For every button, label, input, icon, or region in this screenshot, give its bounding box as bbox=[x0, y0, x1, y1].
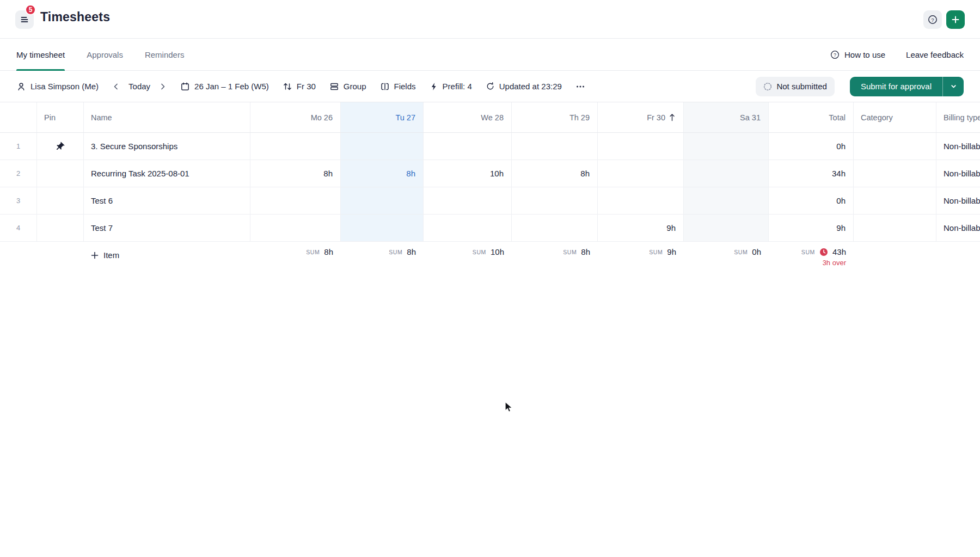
mo-cell[interactable] bbox=[250, 133, 341, 160]
submit-dropdown-button[interactable] bbox=[943, 77, 964, 96]
mo-cell[interactable]: 8h bbox=[250, 160, 341, 187]
task-name-cell[interactable]: Test 7 bbox=[84, 215, 250, 241]
submit-for-approval-button[interactable]: Submit for approval bbox=[850, 77, 942, 96]
tu-cell[interactable] bbox=[341, 215, 424, 241]
tab-approvals[interactable]: Approvals bbox=[87, 39, 123, 70]
category-cell[interactable] bbox=[854, 160, 936, 187]
page-title: Timesheets bbox=[40, 10, 110, 25]
we-cell[interactable] bbox=[424, 133, 512, 160]
user-selector[interactable]: Lisa Simpson (Me) bbox=[16, 82, 99, 91]
mo-sum: SUM8h bbox=[250, 242, 341, 277]
th-cell[interactable]: 8h bbox=[512, 160, 598, 187]
svg-text:?: ? bbox=[931, 17, 934, 23]
table-row: 3 Test 6 0h Non-billable bbox=[0, 187, 980, 215]
billing-cell[interactable]: Non-billable bbox=[936, 160, 980, 187]
mo-cell[interactable] bbox=[250, 187, 341, 214]
pin-cell[interactable] bbox=[37, 160, 84, 187]
sum-value: 10h bbox=[491, 247, 504, 256]
we-cell[interactable]: 10h bbox=[424, 160, 512, 187]
tu-cell[interactable]: 8h bbox=[341, 160, 424, 187]
billing-cell[interactable]: Non-billable bbox=[936, 187, 980, 214]
today-button[interactable]: Today bbox=[128, 82, 150, 91]
sort-button[interactable]: Fr 30 bbox=[283, 82, 316, 91]
sa-cell[interactable] bbox=[684, 160, 769, 187]
tu-cell[interactable] bbox=[341, 187, 424, 214]
task-name-cell[interactable]: 3. Secure Sponsorships bbox=[84, 133, 250, 160]
category-column-header[interactable]: Category bbox=[854, 102, 936, 132]
tab-label: Approvals bbox=[87, 50, 123, 59]
billing-cell[interactable]: Non-billable bbox=[936, 133, 980, 160]
sum-value: 43h bbox=[832, 247, 846, 256]
task-name-cell[interactable]: Recurring Task 2025-08-01 bbox=[84, 160, 250, 187]
pin-cell[interactable] bbox=[37, 133, 84, 160]
task-name-cell[interactable]: Test 6 bbox=[84, 187, 250, 214]
table-footer-row: Item SUM8h SUM8h SUM10h SUM8h SUM9h SUM0… bbox=[0, 242, 980, 277]
sa-sum: SUM0h bbox=[684, 242, 769, 277]
tab-bar: My timesheet Approvals Reminders ? How t… bbox=[0, 39, 980, 71]
tab-my-timesheet[interactable]: My timesheet bbox=[16, 39, 65, 70]
total-column-header[interactable]: Total bbox=[769, 102, 854, 132]
fr-cell[interactable] bbox=[598, 133, 684, 160]
tu-cell[interactable] bbox=[341, 133, 424, 160]
category-cell[interactable] bbox=[854, 133, 936, 160]
tab-label: Reminders bbox=[145, 50, 185, 59]
row-number: 3 bbox=[0, 187, 37, 214]
fr-cell[interactable] bbox=[598, 187, 684, 214]
mo-column-header[interactable]: Mo 26 bbox=[250, 102, 341, 132]
sum-label: SUM bbox=[306, 249, 320, 255]
updated-status[interactable]: Updated at 23:29 bbox=[486, 82, 562, 91]
ellipsis-icon bbox=[575, 82, 585, 91]
sum-label: SUM bbox=[734, 249, 748, 255]
sum-value: 0h bbox=[752, 247, 761, 256]
prefill-button[interactable]: Prefill: 4 bbox=[430, 82, 472, 91]
th-column-header[interactable]: Th 29 bbox=[512, 102, 598, 132]
mo-cell[interactable] bbox=[250, 215, 341, 241]
lightning-icon bbox=[430, 82, 438, 91]
sort-ascending-icon bbox=[669, 113, 676, 121]
category-cell[interactable] bbox=[854, 215, 936, 241]
we-cell[interactable] bbox=[424, 187, 512, 214]
sum-value: 8h bbox=[581, 247, 590, 256]
fields-button[interactable]: Fields bbox=[380, 82, 416, 91]
add-button[interactable] bbox=[946, 10, 965, 29]
pin-column-header[interactable]: Pin bbox=[37, 102, 84, 132]
how-to-use-link[interactable]: ? How to use bbox=[830, 50, 885, 60]
th-cell[interactable] bbox=[512, 187, 598, 214]
help-button[interactable]: ? bbox=[923, 10, 942, 29]
group-button[interactable]: Group bbox=[329, 82, 366, 91]
tu-column-header[interactable]: Tu 27 bbox=[341, 102, 424, 132]
tab-reminders[interactable]: Reminders bbox=[145, 39, 185, 70]
tab-label: My timesheet bbox=[16, 50, 65, 59]
sa-cell[interactable] bbox=[684, 215, 769, 241]
prev-week-button[interactable] bbox=[112, 83, 120, 90]
date-range-label: 26 Jan – 1 Feb (W5) bbox=[194, 82, 269, 91]
th-cell[interactable] bbox=[512, 133, 598, 160]
sum-label: SUM bbox=[563, 249, 577, 255]
user-name: Lisa Simpson (Me) bbox=[30, 82, 99, 91]
pin-cell[interactable] bbox=[37, 215, 84, 241]
billing-cell[interactable]: Non-billable bbox=[936, 215, 980, 241]
fr-column-header[interactable]: Fr 30 bbox=[598, 102, 684, 132]
date-range-selector[interactable]: 26 Jan – 1 Feb (W5) bbox=[180, 82, 269, 91]
more-button[interactable] bbox=[575, 82, 585, 91]
leave-feedback-link[interactable]: Leave feedback bbox=[906, 50, 964, 59]
sa-cell[interactable] bbox=[684, 133, 769, 160]
pin-cell[interactable] bbox=[37, 187, 84, 214]
sa-cell[interactable] bbox=[684, 187, 769, 214]
sa-column-header[interactable]: Sa 31 bbox=[684, 102, 769, 132]
category-cell[interactable] bbox=[854, 187, 936, 214]
next-week-button[interactable] bbox=[159, 83, 167, 90]
we-cell[interactable] bbox=[424, 215, 512, 241]
status-badge[interactable]: Not submitted bbox=[756, 77, 835, 96]
we-column-header[interactable]: We 28 bbox=[424, 102, 512, 132]
billing-column-header[interactable]: Billing type bbox=[936, 102, 980, 132]
add-item-button[interactable]: Item bbox=[84, 242, 250, 260]
svg-text:?: ? bbox=[834, 52, 836, 57]
th-cell[interactable] bbox=[512, 215, 598, 241]
topbar-actions: ? bbox=[923, 10, 965, 29]
leave-feedback-label: Leave feedback bbox=[906, 50, 964, 59]
fr-cell[interactable]: 9h bbox=[598, 215, 684, 241]
name-column-header[interactable]: Name bbox=[84, 102, 250, 132]
fr-cell[interactable] bbox=[598, 160, 684, 187]
rownum-header bbox=[0, 102, 37, 132]
